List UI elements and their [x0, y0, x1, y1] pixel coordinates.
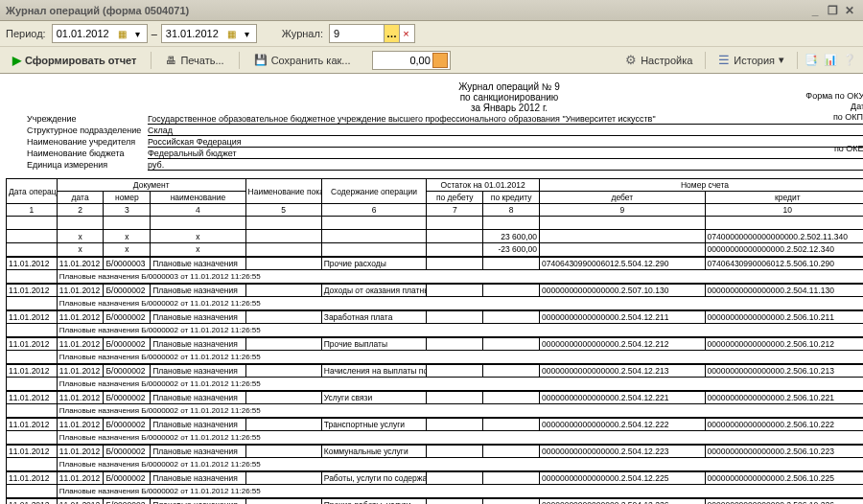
calculator-icon[interactable]: [432, 53, 448, 68]
table-cell: Плановые назначения Б/0000002 от 11.01.2…: [57, 351, 863, 364]
table-cell: 11.01.2012: [7, 391, 58, 404]
table-row: Плановые назначения Б/0000002 от 11.01.2…: [7, 458, 864, 471]
col-credit: по кредиту: [483, 192, 540, 204]
table-row: 11.01.201211.01.2012Б/0000002Плановые на…: [7, 337, 864, 351]
table-cell: Плановые назначения: [151, 418, 245, 431]
minimize-button[interactable]: _: [807, 4, 823, 17]
table-cell: 00000000000000000.2.504.12.225: [540, 471, 705, 485]
settings-button[interactable]: ⚙ Настройка: [618, 50, 699, 70]
okud-label: Форма по ОКУД: [804, 91, 863, 102]
save-as-button[interactable]: 💾 Сохранить как...: [247, 51, 358, 69]
table-cell: Плановые назначения Б/0000002 от 11.01.2…: [57, 485, 863, 498]
journal-field[interactable]: … ×: [329, 24, 415, 43]
calendar-icon[interactable]: ▦: [225, 27, 239, 40]
table-cell: [427, 243, 483, 257]
col-num: 4: [151, 204, 245, 217]
table-row: xxx23 600,0007400000000000000000.2.502.1…: [7, 230, 864, 243]
table-cell: 07406430990006012.5.506.10.290: [705, 257, 863, 270]
table-cell: Плановые назначения Б/0000003 от 11.01.2…: [57, 270, 863, 284]
table-cell: Плановые назначения Б/0000002 от 11.01.2…: [57, 297, 863, 310]
table-cell: 00000000000000000.2.506.10.225: [705, 471, 863, 485]
settings-label: Настройка: [641, 55, 692, 66]
calendar-icon[interactable]: ▦: [116, 27, 129, 40]
table-cell: [705, 217, 863, 230]
period-dash: –: [152, 28, 157, 39]
table-cell: [7, 230, 58, 243]
table-cell: [7, 458, 58, 471]
table-cell: [427, 284, 483, 297]
table-cell: 00000000000000000.2.504.12.223: [540, 445, 705, 458]
table-cell: [540, 230, 705, 243]
list-icon: ☰: [718, 53, 730, 67]
maximize-button[interactable]: ❐: [825, 4, 840, 17]
table-cell: [7, 324, 58, 337]
org-label-1: Учреждение: [27, 114, 142, 125]
table-cell: [427, 337, 483, 351]
report-title-3: за Январь 2012 г.: [27, 103, 863, 113]
table-cell: [427, 471, 483, 485]
table-cell: [245, 230, 321, 243]
close-button[interactable]: ✕: [842, 4, 857, 17]
col-document: Документ: [57, 179, 245, 192]
table-cell: 00000000000000000.2.504.11.130: [705, 284, 863, 297]
period-label: Период:: [6, 28, 46, 39]
report-viewport[interactable]: Журнал операций № 9 по санкционированию …: [0, 74, 863, 504]
history-label: История: [734, 55, 775, 66]
col-debit: по дебету: [427, 192, 483, 204]
print-button[interactable]: 🖶 Печать...: [159, 52, 230, 69]
table-cell: 00000000000000000.2.506.10.223: [705, 445, 863, 458]
table-cell: [427, 310, 483, 324]
table-cell: [483, 310, 540, 324]
play-icon: ▶: [12, 54, 21, 67]
table-cell: Начисления на выплаты по оплате труда: [321, 364, 427, 378]
table-cell: [321, 217, 427, 230]
table-cell: 11.01.2012: [7, 418, 58, 431]
col-operation: Содержание операции: [321, 179, 427, 204]
table-cell: 00000000000000000.2.504.12.222: [540, 418, 705, 431]
table-row: Плановые назначения Б/0000002 от 11.01.2…: [7, 351, 864, 364]
printer-icon: 🖶: [166, 55, 176, 66]
table-cell: 00000000000000000.2.504.12.221: [540, 391, 705, 404]
table-cell: [7, 297, 58, 310]
table-cell: -23 600,00: [483, 243, 540, 257]
col-acc-debit: дебет: [540, 192, 705, 204]
table-row: 11.01.201211.01.2012Б/0000002Плановые на…: [7, 364, 864, 378]
table-cell: Плановые назначения: [151, 498, 245, 505]
org-label-2: Структурное подразделение: [27, 126, 142, 136]
table-cell: Доходы от оказания платных услуг: [321, 284, 427, 297]
table-cell: Плановые назначения: [151, 257, 245, 270]
table-cell: Плановые назначения Б/0000002 от 11.01.2…: [57, 458, 863, 471]
form-report-button[interactable]: ▶ Сформировать отчет: [6, 51, 143, 70]
table-cell: [427, 391, 483, 404]
tool-icon-2[interactable]: 📊: [823, 53, 838, 68]
table-cell: Плановые назначения: [151, 445, 245, 458]
table-cell: [483, 217, 540, 230]
dropdown-icon[interactable]: ▾: [131, 27, 145, 40]
date-to-input[interactable]: [164, 28, 223, 39]
tool-icon-1[interactable]: 📑: [804, 53, 819, 68]
amount-input[interactable]: [375, 55, 432, 66]
print-label: Печать...: [180, 55, 223, 66]
table-row: 24 859 862,3020 700 000: [7, 217, 864, 230]
clear-button[interactable]: ×: [399, 25, 412, 42]
journal-input[interactable]: [332, 28, 382, 39]
table-cell: Заработная плата: [321, 310, 427, 324]
amount-field[interactable]: [372, 51, 451, 70]
dropdown-icon[interactable]: ▾: [241, 27, 254, 40]
window-titlebar: Журнал операций (форма 0504071) _ ❐ ✕: [0, 0, 863, 21]
col-account: Номер счета: [540, 179, 863, 192]
date-to-field[interactable]: ▦ ▾: [161, 24, 257, 43]
okei-label: по ОКЕИ: [804, 144, 863, 154]
table-cell: [483, 445, 540, 458]
table-cell: Плановые назначения Б/0000002 от 11.01.2…: [57, 378, 863, 391]
date-from-input[interactable]: [55, 28, 114, 39]
table-cell: 07400000000000000000.2.502.11.340: [705, 230, 863, 243]
date-from-field[interactable]: ▦ ▾: [52, 24, 148, 43]
ellipsis-button[interactable]: …: [384, 25, 399, 42]
history-button[interactable]: ☰ История ▾: [711, 50, 791, 70]
table-cell: 00000000000000000.2.504.12.213: [540, 364, 705, 378]
table-cell: Б/0000002: [104, 498, 151, 505]
table-cell: Транспортные услуги: [321, 418, 427, 431]
window-title: Журнал операций (форма 0504071): [6, 5, 189, 16]
help-icon[interactable]: ❔: [842, 53, 857, 68]
